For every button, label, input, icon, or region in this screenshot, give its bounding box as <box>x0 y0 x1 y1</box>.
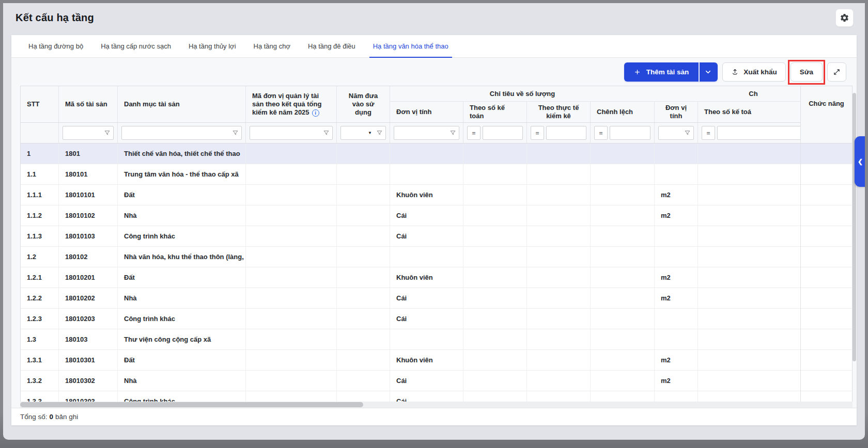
filter-input-ma-don-vi[interactable] <box>250 126 320 139</box>
cell-ma-so: 18010102 <box>59 205 118 226</box>
pinned-column-chuc-nang: Chức năng <box>800 86 853 412</box>
filter-input-theo-so-ke-toan[interactable] <box>483 126 522 139</box>
cell-nam <box>337 226 390 246</box>
add-asset-dropdown-button[interactable] <box>698 62 718 82</box>
col-header-danh-muc-tai-san[interactable]: Danh mục tài sản <box>118 86 246 122</box>
filter-input-don-vi-tinh[interactable] <box>394 126 446 139</box>
cell-nam <box>337 205 390 226</box>
table-row[interactable]: 1.1.1 18010101 Đất Khuôn viên m2 <box>21 185 852 205</box>
tab-3[interactable]: Hạ tầng chợ <box>245 35 299 57</box>
filter-operator-button[interactable]: = <box>594 126 608 140</box>
filter-input-ma-so[interactable] <box>63 126 101 139</box>
cell-don-vi-tinh <box>390 329 463 349</box>
settings-button[interactable] <box>835 9 854 27</box>
cell-don-vi-tinh-2 <box>655 143 698 164</box>
table-row[interactable]: 1.3.1 18010301 Đất Khuôn viên m2 <box>21 350 852 371</box>
cell-danh-muc: Nhà văn hóa, khu thể thao thôn (làng, … <box>118 247 246 267</box>
table-row[interactable]: 1.2.2 18010202 Nhà Cái m2 <box>21 288 852 309</box>
table-row[interactable]: 1.3 180103 Thư viện công cộng cấp xã <box>21 329 852 350</box>
edit-button[interactable]: Sửa <box>791 62 823 82</box>
cell-ma-don-vi <box>246 309 337 329</box>
cell-don-vi-tinh-2: m2 <box>655 371 698 391</box>
cell-danh-muc: Trung tâm văn hóa - thể thao cấp xã <box>118 164 246 184</box>
col-header-theo-so-ke-toan[interactable]: Theo số kế toán <box>463 102 527 123</box>
cell-ma-so: 18010302 <box>59 371 118 391</box>
cell-don-vi-tinh-2 <box>655 226 698 246</box>
filter-funnel-icon[interactable] <box>320 126 332 139</box>
filter-input-don-vi-tinh-2[interactable] <box>659 126 681 139</box>
horizontal-scrollbar[interactable] <box>20 402 853 408</box>
cell-don-vi-tinh: Cái <box>390 288 463 308</box>
side-panel-toggle[interactable]: ❮ <box>855 136 865 187</box>
tab-0[interactable]: Hạ tầng đường bộ <box>20 35 92 57</box>
cell-don-vi-tinh-2: m2 <box>655 185 698 205</box>
col-header-ma-don-vi[interactable]: Mã đơn vị quản lý tài sản theo kết quả t… <box>246 86 337 122</box>
col-header-nam-dua-vao[interactable]: Năm đưa vào sử dụng <box>337 86 390 122</box>
table-header: STT Mã số tài sản Danh mục tài sản Mã đơ… <box>20 86 853 123</box>
filter-input-nam[interactable] <box>341 126 368 139</box>
fullscreen-button[interactable] <box>827 62 846 82</box>
table-row[interactable]: 1.3.2 18010302 Nhà Cái m2 <box>21 371 852 391</box>
col-header-don-vi-tinh[interactable]: Đơn vị tính <box>390 102 463 123</box>
cell-theo-so-ke-toan <box>463 350 527 370</box>
filter-cell-theo-thuc-te: = <box>527 123 591 143</box>
table-row[interactable]: 1.1.3 18010103 Công trình khác Cái <box>21 226 852 247</box>
export-button[interactable]: Xuất khẩu <box>722 62 786 82</box>
filter-input-danh-muc[interactable] <box>122 126 229 139</box>
tab-2[interactable]: Hạ tầng thủy lợi <box>180 35 245 57</box>
filter-funnel-icon[interactable] <box>101 126 113 139</box>
filter-operator-button[interactable]: = <box>531 126 544 140</box>
table-row[interactable]: 1.1.2 18010102 Nhà Cái m2 <box>21 205 852 226</box>
cell-don-vi-tinh: Khuôn viên <box>390 350 463 370</box>
table-row[interactable]: 1 1801 Thiết chế văn hóa, thiết chế thể … <box>21 143 852 164</box>
table-row[interactable]: 1.2.3 18010203 Công trình khác Cái <box>21 309 852 329</box>
pinned-column-body <box>801 143 853 412</box>
cell-stt: 1.3.1 <box>21 350 59 370</box>
table-row[interactable]: 1.1 180101 Trung tâm văn hóa - thể thao … <box>21 164 852 185</box>
cell-theo-thuc-te <box>527 185 591 205</box>
table-row[interactable]: 1.2.1 18010201 Đất Khuôn viên m2 <box>21 267 852 288</box>
tab-1[interactable]: Hạ tầng cấp nước sạch <box>92 35 180 57</box>
filter-input-theo-thuc-te[interactable] <box>547 126 586 139</box>
filter-funnel-icon[interactable] <box>373 126 385 139</box>
cell-ma-don-vi <box>246 350 337 370</box>
cell-don-vi-tinh: Cái <box>390 205 463 226</box>
filter-input-chenh-lech[interactable] <box>610 126 650 139</box>
cell-don-vi-tinh: Cái <box>390 226 463 246</box>
add-asset-button[interactable]: Thêm tài sản <box>624 62 699 82</box>
table-row[interactable]: 1.2 180102 Nhà văn hóa, khu thể thao thô… <box>21 247 852 267</box>
cell-chenh-lech <box>591 267 655 287</box>
vertical-scrollbar-thumb[interactable] <box>853 93 856 361</box>
filter-funnel-icon[interactable] <box>229 126 241 139</box>
cell-chenh-lech <box>591 205 655 226</box>
cell-theo-thuc-te <box>527 329 591 349</box>
col-header-don-vi-tinh-2[interactable]: Đơn vị tính <box>655 102 698 123</box>
filter-cell-ma-so <box>59 123 118 143</box>
cell-don-vi-tinh <box>390 247 463 267</box>
filter-funnel-icon[interactable] <box>681 126 693 139</box>
col-header-chenh-lech[interactable]: Chênh lệch <box>591 102 655 123</box>
filter-operator-button[interactable]: = <box>467 126 481 140</box>
cell-ma-don-vi <box>246 267 337 287</box>
cell-nam <box>337 143 390 164</box>
cell-chenh-lech <box>591 143 655 164</box>
cell-chenh-lech <box>591 371 655 391</box>
tab-4[interactable]: Hạ tầng đê điều <box>299 35 364 57</box>
filter-funnel-icon[interactable] <box>446 126 459 139</box>
cell-danh-muc: Đất <box>118 350 246 370</box>
filter-operator-button[interactable]: = <box>702 126 715 140</box>
cell-stt: 1 <box>21 143 59 164</box>
col-header-stt[interactable]: STT <box>21 86 59 122</box>
tab-5[interactable]: Hạ tầng văn hóa thể thao <box>364 35 457 57</box>
cell-theo-thuc-te <box>527 371 591 391</box>
cell-theo-thuc-te <box>527 226 591 246</box>
gear-icon <box>840 13 849 23</box>
cell-theo-so-ke-toan <box>463 185 527 205</box>
col-header-chuc-nang[interactable]: Chức năng <box>801 86 853 143</box>
horizontal-scrollbar-thumb[interactable] <box>20 402 363 407</box>
info-icon[interactable]: i <box>312 109 319 117</box>
cell-theo-so-ke-toan <box>463 143 527 164</box>
col-header-theo-thuc-te[interactable]: Theo thực tế kiểm kê <box>527 102 591 123</box>
select-caret-icon[interactable]: ▼ <box>368 131 373 135</box>
col-header-ma-so-tai-san[interactable]: Mã số tài sản <box>59 86 118 122</box>
